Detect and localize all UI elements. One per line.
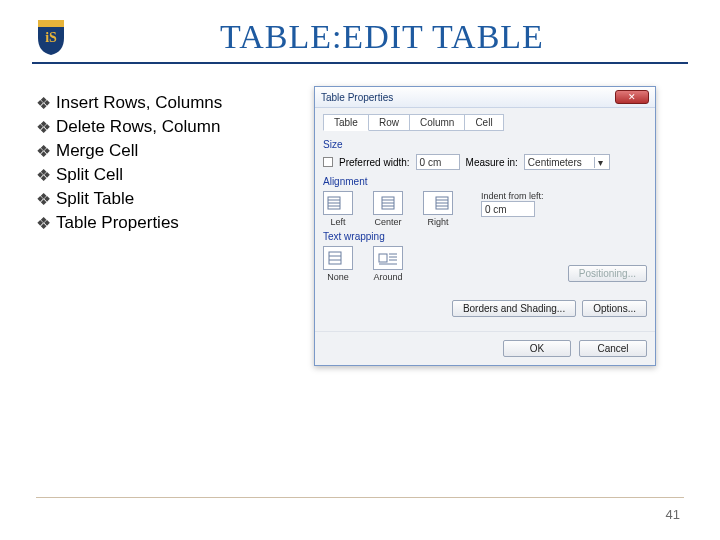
tab-table[interactable]: Table bbox=[323, 114, 369, 131]
wrap-none-option[interactable] bbox=[323, 246, 353, 270]
footer-rule bbox=[36, 497, 684, 498]
svg-rect-13 bbox=[329, 252, 341, 264]
chevron-down-icon: ▾ bbox=[594, 157, 606, 168]
page-number: 41 bbox=[666, 507, 680, 522]
positioning-button[interactable]: Positioning... bbox=[568, 265, 647, 282]
list-item: Delete Rows, Column bbox=[36, 117, 296, 138]
align-center-option[interactable] bbox=[373, 191, 403, 215]
alignment-group-label: Alignment bbox=[323, 176, 647, 187]
dialog-titlebar: Table Properties ✕ bbox=[315, 87, 655, 108]
close-icon[interactable]: ✕ bbox=[615, 90, 649, 104]
preferred-width-checkbox[interactable] bbox=[323, 157, 333, 167]
align-right-label: Right bbox=[423, 217, 453, 227]
tab-cell[interactable]: Cell bbox=[464, 114, 503, 131]
measure-in-select[interactable]: Centimeters ▾ bbox=[524, 154, 610, 170]
slide-title: TABLE:EDIT TABLE bbox=[80, 18, 684, 56]
wrapping-group-label: Text wrapping bbox=[323, 231, 647, 242]
svg-rect-16 bbox=[379, 254, 387, 262]
tab-row[interactable]: Row bbox=[368, 114, 410, 131]
indent-label: Indent from left: bbox=[481, 191, 544, 201]
align-center-label: Center bbox=[373, 217, 403, 227]
cancel-button[interactable]: Cancel bbox=[579, 340, 647, 357]
list-item: Split Table bbox=[36, 189, 296, 210]
shield-logo: iS bbox=[36, 18, 66, 56]
size-group-label: Size bbox=[323, 139, 647, 150]
list-item: Insert Rows, Columns bbox=[36, 93, 296, 114]
options-button[interactable]: Options... bbox=[582, 300, 647, 317]
align-right-option[interactable] bbox=[423, 191, 453, 215]
borders-shading-button[interactable]: Borders and Shading... bbox=[452, 300, 576, 317]
wrap-around-option[interactable] bbox=[373, 246, 403, 270]
bullet-list: Insert Rows, Columns Delete Rows, Column… bbox=[36, 86, 296, 366]
list-item: Merge Cell bbox=[36, 141, 296, 162]
measure-in-label: Measure in: bbox=[466, 157, 518, 168]
align-left-option[interactable] bbox=[323, 191, 353, 215]
title-rule bbox=[32, 62, 688, 64]
ok-button[interactable]: OK bbox=[503, 340, 571, 357]
align-left-label: Left bbox=[323, 217, 353, 227]
dialog-title-text: Table Properties bbox=[321, 92, 393, 103]
preferred-width-input[interactable]: 0 cm bbox=[416, 154, 460, 170]
indent-input[interactable]: 0 cm bbox=[481, 201, 535, 217]
wrap-none-label: None bbox=[323, 272, 353, 282]
wrap-around-label: Around bbox=[373, 272, 403, 282]
list-item: Split Cell bbox=[36, 165, 296, 186]
list-item: Table Properties bbox=[36, 213, 296, 234]
preferred-width-label: Preferred width: bbox=[339, 157, 410, 168]
svg-text:iS: iS bbox=[45, 30, 57, 45]
table-properties-dialog: Table Properties ✕ Table Row Column Cell… bbox=[314, 86, 656, 366]
tab-column[interactable]: Column bbox=[409, 114, 465, 131]
